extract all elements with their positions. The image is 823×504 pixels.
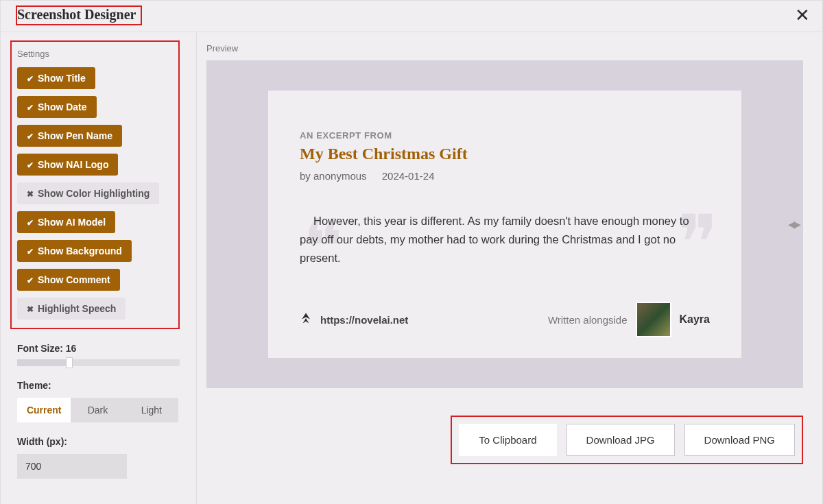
toggle-show-nai-logo[interactable]: Show NAI Logo: [17, 154, 118, 176]
excerpt-label: AN EXCERPT FROM: [300, 130, 710, 141]
check-icon: [27, 73, 34, 84]
x-icon: [27, 188, 34, 199]
toggle-show-ai-model[interactable]: Show AI Model: [17, 211, 115, 233]
toggle-label: Show Pen Name: [38, 130, 112, 141]
card-footer: https://novelai.net Written alongside Ka…: [300, 302, 710, 337]
width-label: Width (px):: [17, 436, 180, 447]
font-size-value: 16: [66, 343, 77, 354]
toggle-label: Show Color Highlighting: [38, 188, 150, 199]
story-title: My Best Christmas Gift: [300, 145, 710, 163]
theme-light[interactable]: Light: [125, 398, 178, 422]
site-url: https://novelai.net: [320, 314, 540, 326]
toggle-list: Show Title Show Date Show Pen Name Show …: [17, 67, 173, 320]
toggle-show-background[interactable]: Show Background: [17, 240, 132, 262]
check-icon: [27, 274, 34, 285]
dialog-body: Settings Show Title Show Date Show Pen N…: [1, 32, 822, 504]
preview-label: Preview: [206, 43, 803, 53]
settings-section: Settings Show Title Show Date Show Pen N…: [10, 40, 180, 329]
toggle-show-color-highlighting[interactable]: Show Color Highlighting: [17, 182, 159, 204]
model-avatar: [636, 302, 671, 337]
to-clipboard-button[interactable]: To Clipboard: [459, 424, 556, 456]
font-size-label: Font Size:: [17, 343, 63, 354]
slider-thumb[interactable]: [66, 357, 73, 368]
check-icon: [27, 245, 34, 256]
toggle-label: Show Title: [38, 73, 86, 84]
toggle-show-pen-name[interactable]: Show Pen Name: [17, 125, 122, 147]
story-body: ❝ However, this year is different. As my…: [300, 212, 710, 268]
screenshot-designer-dialog: Screenshot Designer ✕ Settings Show Titl…: [0, 0, 823, 504]
width-input[interactable]: [17, 454, 127, 479]
toggle-show-date[interactable]: Show Date: [17, 96, 97, 118]
check-icon: [27, 159, 34, 170]
settings-label: Settings: [17, 47, 173, 59]
check-icon: [27, 101, 34, 112]
toggle-label: Show AI Model: [38, 217, 106, 228]
dialog-header: Screenshot Designer ✕: [1, 1, 822, 32]
story-date: 2024-01-24: [382, 170, 435, 182]
dialog-title: Screenshot Designer: [16, 5, 142, 25]
settings-sidebar: Settings Show Title Show Date Show Pen N…: [1, 32, 197, 504]
toggle-label: Show Background: [38, 245, 122, 256]
preview-area: ◀▶ AN EXCERPT FROM My Best Christmas Gif…: [206, 60, 803, 388]
model-name: Kayra: [680, 313, 710, 326]
screenshot-card: AN EXCERPT FROM My Best Christmas Gift b…: [268, 91, 741, 359]
action-row: To Clipboard Download JPG Download PNG: [451, 416, 803, 464]
nai-logo-icon: [300, 312, 312, 328]
toggle-label: Show Comment: [38, 274, 110, 285]
alongside-text: Written alongside: [548, 314, 628, 326]
main-panel: Preview ◀▶ AN EXCERPT FROM My Best Chris…: [197, 32, 822, 504]
toggle-show-title[interactable]: Show Title: [17, 67, 95, 89]
toggle-label: Highlight Speech: [38, 303, 116, 314]
theme-dark[interactable]: Dark: [71, 398, 124, 422]
close-icon[interactable]: ✕: [792, 5, 813, 26]
x-icon: [27, 303, 34, 314]
theme-selector: Current Dark Light: [17, 398, 178, 422]
theme-label: Theme:: [17, 380, 180, 391]
check-icon: [27, 130, 34, 141]
body-text: However, this year is different. As my f…: [300, 215, 689, 264]
by-prefix: by: [300, 170, 311, 182]
download-jpg-button[interactable]: Download JPG: [566, 424, 675, 456]
font-size-slider[interactable]: [17, 359, 180, 366]
quote-open-icon: ❝: [289, 186, 343, 311]
slider-fill: [17, 359, 66, 366]
check-icon: [27, 217, 34, 228]
pen-name: anonymous: [313, 170, 367, 182]
resize-handle-icon[interactable]: ◀▶: [788, 219, 799, 230]
font-size-row: Font Size: 16: [17, 343, 180, 354]
toggle-show-comment[interactable]: Show Comment: [17, 269, 120, 291]
meta-row: by anonymous 2024-01-24: [300, 170, 710, 182]
download-png-button[interactable]: Download PNG: [684, 424, 795, 456]
toggle-label: Show NAI Logo: [38, 159, 108, 170]
toggle-label: Show Date: [38, 101, 87, 112]
theme-current[interactable]: Current: [17, 398, 71, 422]
toggle-highlight-speech[interactable]: Highlight Speech: [17, 298, 126, 320]
